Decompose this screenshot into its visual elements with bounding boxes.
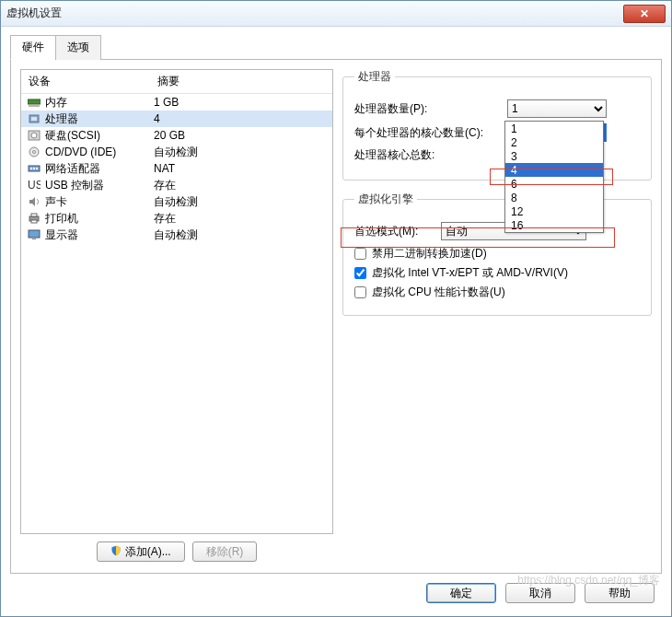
processor-count-select[interactable]: 1 [507,99,607,118]
cores-per-processor-label: 每个处理器的核心数量(C): [354,125,502,141]
dropdown-option[interactable]: 12 [505,204,603,218]
disc-icon [27,146,41,158]
svg-rect-1 [29,105,40,107]
device-row-disk[interactable]: 硬盘(SCSI)20 GB [21,127,332,144]
dropdown-option[interactable]: 3 [505,149,603,163]
dropdown-option[interactable]: 8 [505,191,603,204]
svg-rect-14 [31,214,37,216]
device-name: 声卡 [45,194,154,210]
help-button[interactable]: 帮助 [585,583,655,603]
sound-icon [27,195,41,208]
printer-icon [27,212,41,225]
device-list-buttons: 添加(A)... 移除(R) [20,534,333,564]
device-name: 处理器 [45,111,154,127]
svg-rect-10 [33,168,35,169]
close-button[interactable]: ✕ [623,5,666,23]
svg-point-5 [31,133,37,138]
total-cores-label: 处理器核心总数: [354,147,502,163]
left-pane: 设备 摘要 内存1 GB处理器4硬盘(SCSI)20 GBCD/DVD (IDE… [20,69,333,564]
svg-rect-3 [31,117,37,121]
device-summary: 自动检测 [154,194,329,210]
virtualize-vtx-label: 虚拟化 Intel VT-x/EPT 或 AMD-V/RVI(V) [372,265,568,281]
device-list-header: 设备 摘要 [21,70,332,94]
device-name: 硬盘(SCSI) [45,128,154,144]
device-row-disc[interactable]: CD/DVD (IDE)自动检测 [21,144,332,160]
net-icon [27,162,41,175]
add-device-label: 添加(A)... [125,544,171,560]
virtualization-engine-group: 虚拟化引擎 首选模式(M): 自动 禁用二进制转换加速(D) 虚拟化 Intel… [342,192,652,316]
processor-group: 处理器 处理器数量(P): 1 每个处理器的核心数量(C): 4 [342,69,652,180]
vm-settings-window: 虚拟机设置 ✕ 硬件 选项 设备 摘要 内存1 GB处理器4硬盘(SCSI)20… [0,0,672,617]
svg-text:USB: USB [28,180,41,191]
dropdown-option[interactable]: 4 [505,163,603,177]
dialog-body: 硬件 选项 设备 摘要 内存1 GB处理器4硬盘(SCSI)20 GBCD/DV… [1,27,671,616]
device-summary: 4 [154,112,329,125]
remove-device-button[interactable]: 移除(R) [192,541,258,562]
svg-rect-9 [30,168,32,169]
virtualize-perf-counters-label: 虚拟化 CPU 性能计数器(U) [372,285,505,300]
disk-icon [27,129,41,142]
ok-button[interactable]: 确定 [426,583,496,603]
col-header-summary: 摘要 [150,70,332,93]
device-row-memory[interactable]: 内存1 GB [21,94,332,111]
cancel-button[interactable]: 取消 [505,583,575,603]
dialog-button-bar: 确定 取消 帮助 [10,574,662,607]
device-summary: 自动检测 [154,145,329,160]
dropdown-option[interactable]: 1 [505,122,603,135]
device-list[interactable]: 内存1 GB处理器4硬盘(SCSI)20 GBCD/DVD (IDE)自动检测网… [21,94,332,533]
device-summary: 20 GB [154,129,329,142]
device-name: USB 控制器 [45,178,154,193]
dropdown-option[interactable]: 6 [505,177,603,191]
device-row-printer[interactable]: 打印机存在 [21,210,332,227]
memory-icon [27,96,41,109]
device-summary: 1 GB [154,96,329,109]
virtualize-perf-counters-checkbox[interactable] [354,286,366,298]
device-name: 内存 [45,95,154,111]
svg-rect-17 [32,239,36,239]
right-pane: 处理器 处理器数量(P): 1 每个处理器的核心数量(C): 4 [342,69,652,564]
device-row-cpu[interactable]: 处理器4 [21,111,332,127]
svg-rect-16 [29,230,40,238]
svg-point-7 [33,151,36,154]
svg-rect-11 [36,168,38,169]
device-summary: NAT [154,162,329,175]
titlebar: 虚拟机设置 ✕ [1,1,671,27]
device-list-box: 设备 摘要 内存1 GB处理器4硬盘(SCSI)20 GBCD/DVD (IDE… [20,69,333,534]
virtualize-vtx-checkbox[interactable] [354,267,366,279]
tab-content: 设备 摘要 内存1 GB处理器4硬盘(SCSI)20 GBCD/DVD (IDE… [10,60,662,574]
tab-hardware[interactable]: 硬件 [10,35,56,60]
device-name: 打印机 [45,211,154,227]
window-title: 虚拟机设置 [6,6,623,21]
disable-binary-translation-checkbox[interactable] [354,248,366,260]
engine-legend: 虚拟化引擎 [354,192,417,207]
disable-binary-translation-label: 禁用二进制转换加速(D) [372,246,487,262]
device-row-sound[interactable]: 声卡自动检测 [21,193,332,210]
dropdown-option[interactable]: 16 [505,218,603,232]
dropdown-option[interactable]: 2 [505,135,603,149]
processor-legend: 处理器 [354,69,395,85]
device-name: CD/DVD (IDE) [45,146,154,158]
usb-icon: USB [27,179,41,192]
device-summary: 存在 [154,211,329,227]
svg-rect-15 [31,220,37,223]
device-row-net[interactable]: 网络适配器NAT [21,160,332,177]
device-name: 网络适配器 [45,161,154,177]
col-header-device: 设备 [21,70,150,93]
shield-icon [110,545,122,559]
preferred-mode-label: 首选模式(M): [354,224,435,239]
device-summary: 自动检测 [154,227,329,243]
device-summary: 存在 [154,178,329,193]
tab-options[interactable]: 选项 [55,35,101,60]
cpu-icon [27,112,41,125]
device-name: 显示器 [45,227,154,243]
processor-count-label: 处理器数量(P): [354,101,502,117]
tab-strip: 硬件 选项 [10,34,662,60]
device-row-display[interactable]: 显示器自动检测 [21,227,332,243]
device-row-usb[interactable]: USBUSB 控制器存在 [21,177,332,193]
cores-dropdown-list[interactable]: 1234681216 [504,121,604,233]
display-icon [27,228,41,241]
add-device-button[interactable]: 添加(A)... [97,541,185,562]
svg-rect-0 [28,99,41,104]
